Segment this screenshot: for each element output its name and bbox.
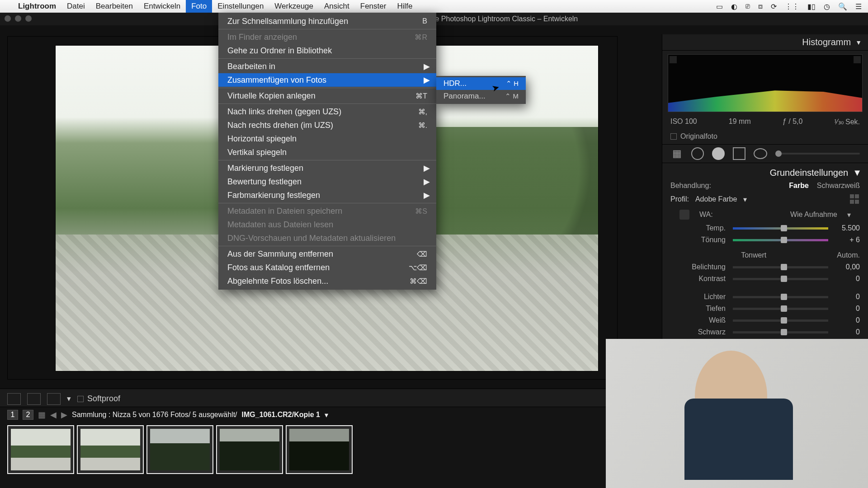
menu-item[interactable]: Zur Schnellsammlung hinzufügenB xyxy=(218,14,436,28)
histogram[interactable] xyxy=(668,54,863,112)
menu-item[interactable]: Virtuelle Kopien anlegen⌘T xyxy=(218,89,436,103)
merge-submenu[interactable]: HDR...⌃ HPanorama...⌃ M xyxy=(436,76,526,104)
grad-tool-icon[interactable] xyxy=(733,147,745,160)
menu-ansicht[interactable]: Ansicht xyxy=(319,0,355,13)
thumbnail-1[interactable] xyxy=(7,425,74,474)
app-name[interactable]: Lightroom xyxy=(13,2,61,11)
sync-icon[interactable]: ⟳ xyxy=(771,2,777,11)
redeye-tool-icon[interactable] xyxy=(712,147,725,160)
treatment-color[interactable]: Farbe xyxy=(789,182,809,190)
dropdown-icon[interactable]: ▾ xyxy=(67,394,71,404)
slider-value[interactable]: 0 xyxy=(831,305,860,313)
slider-value[interactable]: 0 xyxy=(831,316,860,324)
screen-1-button[interactable]: 1 xyxy=(7,410,18,420)
thumbnail-4[interactable] xyxy=(216,425,283,474)
menu-item[interactable]: Nach rechts drehen (im UZS)⌘. xyxy=(218,118,436,132)
menu-icon[interactable]: ☰ xyxy=(855,2,862,11)
spotlight-icon[interactable]: 🔍 xyxy=(838,2,847,11)
menu-entwickeln[interactable]: Entwickeln xyxy=(138,0,186,13)
menu-fenster[interactable]: Fenster xyxy=(355,0,392,13)
tone-slider[interactable] xyxy=(733,319,828,322)
compare-icon[interactable] xyxy=(47,393,61,405)
screen-2-button[interactable]: 2 xyxy=(23,410,33,420)
spot-tool-icon[interactable] xyxy=(691,147,704,160)
temp-slider[interactable] xyxy=(733,227,828,230)
loupe-view-icon[interactable] xyxy=(7,393,21,405)
wb-picker-icon[interactable] xyxy=(679,210,689,220)
menu-einstellungen[interactable]: Einstellungen xyxy=(212,0,269,13)
wb-dropdown-icon[interactable]: ▾ xyxy=(847,211,851,219)
originalfoto-row[interactable]: Originalfoto xyxy=(662,131,868,144)
menu-foto[interactable]: Foto xyxy=(186,0,212,13)
menu-item[interactable]: Nach links drehen (gegen UZS)⌘, xyxy=(218,105,436,118)
menu-item[interactable]: Zusammenfügen von Fotos▶ xyxy=(218,73,436,87)
menu-item[interactable]: Horizontal spiegeln xyxy=(218,132,436,145)
profile-browser-icon[interactable] xyxy=(850,194,860,204)
menu-item[interactable]: Markierung festlegen▶ xyxy=(218,161,436,175)
tone-slider[interactable] xyxy=(733,331,828,333)
radial-tool-icon[interactable] xyxy=(754,148,767,159)
tone-slider[interactable] xyxy=(733,266,828,268)
softproof-toggle[interactable]: Softproof xyxy=(77,394,120,404)
slider-value[interactable]: 0 xyxy=(831,275,860,283)
thumbnail-2[interactable] xyxy=(77,425,144,474)
wifi-icon[interactable]: ⋮⋮ xyxy=(785,2,799,11)
current-file[interactable]: IMG_1061.CR2/Kopie 1 xyxy=(242,411,320,419)
grid-icon[interactable]: ▦ xyxy=(38,410,46,420)
tint-value[interactable]: + 6 xyxy=(831,236,860,244)
brush-size-slider[interactable] xyxy=(775,153,860,155)
clock-icon[interactable]: ◷ xyxy=(824,2,830,11)
file-dropdown-icon[interactable]: ▾ xyxy=(325,411,328,419)
tone-slider[interactable] xyxy=(733,296,828,298)
menu-item[interactable]: Vertikal spiegeln xyxy=(218,145,436,159)
thumbnail-3[interactable] xyxy=(146,425,213,474)
display-icon[interactable]: ▭ xyxy=(716,2,723,11)
max-dot[interactable] xyxy=(25,15,32,22)
menu-item[interactable]: Bearbeiten in▶ xyxy=(218,60,436,73)
softproof-checkbox[interactable] xyxy=(77,396,84,402)
submenu-item[interactable]: Panorama...⌃ M xyxy=(436,90,526,103)
menu-item[interactable]: Bewertung festlegen▶ xyxy=(218,175,436,188)
slider-value[interactable]: 0,00 xyxy=(831,263,860,271)
dropbox-icon[interactable]: ⧈ xyxy=(758,2,763,11)
wb-value[interactable]: Wie Aufnahme xyxy=(790,211,837,219)
traffic-lights[interactable] xyxy=(5,15,32,22)
temp-value[interactable]: 5.500 xyxy=(831,224,860,232)
basic-header[interactable]: Grundeinstellungen ▼ xyxy=(669,166,862,180)
cc-icon[interactable]: ◐ xyxy=(731,2,737,11)
profile-value[interactable]: Adobe Farbe xyxy=(695,195,737,203)
submenu-item[interactable]: HDR...⌃ H xyxy=(436,77,526,90)
auto-tone-button[interactable]: Autom. xyxy=(837,251,860,259)
crop-tool-icon[interactable]: ▦ xyxy=(670,147,683,160)
menu-hilfe[interactable]: Hilfe xyxy=(392,0,418,13)
menu-item[interactable]: Abgelehnte Fotos löschen...⌘⌫ xyxy=(218,274,436,288)
collapse-icon[interactable]: ▼ xyxy=(853,168,862,178)
next-icon[interactable]: ▶ xyxy=(61,410,67,420)
before-after-icon[interactable] xyxy=(27,393,41,405)
min-dot[interactable] xyxy=(15,15,21,22)
foto-dropdown[interactable]: Zur Schnellsammlung hinzufügenBIm Finder… xyxy=(218,13,436,290)
thumbnail-5[interactable] xyxy=(286,425,353,474)
tone-slider[interactable] xyxy=(733,278,828,280)
close-dot[interactable] xyxy=(5,15,11,22)
menu-item[interactable]: Farbmarkierung festlegen▶ xyxy=(218,188,436,202)
toggle-icon[interactable]: ⎚ xyxy=(745,2,750,11)
menu-item[interactable]: Aus der Sammlung entfernen⌫ xyxy=(218,247,436,261)
menu-datei[interactable]: Datei xyxy=(61,0,90,13)
prev-icon[interactable]: ◀ xyxy=(50,410,57,420)
profile-dropdown-icon[interactable]: ▾ xyxy=(743,195,747,204)
menu-item[interactable]: Gehe zu Ordner in Bibliothek xyxy=(218,44,436,57)
tint-slider[interactable] xyxy=(733,239,828,241)
battery-icon[interactable]: ▮▯ xyxy=(807,2,816,11)
menu-werkzeuge[interactable]: Werkzeuge xyxy=(269,0,319,13)
histogram-header[interactable]: Histogramm ▼ xyxy=(662,34,868,51)
collapse-icon[interactable]: ▼ xyxy=(855,39,862,46)
menu-item[interactable]: Fotos aus Katalog entfernen⌥⌫ xyxy=(218,261,436,274)
clip-highlight-icon[interactable] xyxy=(854,56,861,63)
tone-slider[interactable] xyxy=(733,308,828,310)
slider-value[interactable]: 0 xyxy=(831,328,860,336)
clip-shadow-icon[interactable] xyxy=(670,56,677,63)
originalfoto-checkbox[interactable] xyxy=(670,133,677,140)
menu-bearbeiten[interactable]: Bearbeiten xyxy=(90,0,138,13)
treatment-bw[interactable]: Schwarzweiß xyxy=(817,182,860,190)
